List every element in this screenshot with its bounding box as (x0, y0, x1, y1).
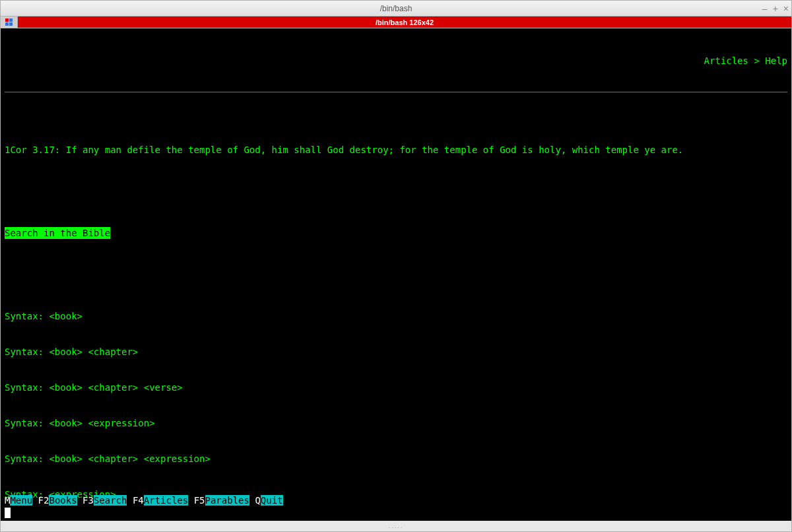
menu-key[interactable]: F2 (38, 495, 50, 506)
breadcrumb: Articles > Help (5, 55, 787, 67)
bottom-menu: MMenu F2Books F3Search F4Articles F5Para… (5, 494, 283, 506)
menu-label[interactable]: Menu (10, 495, 32, 506)
verse-text: 1Cor 3.17: If any man defile the temple … (5, 144, 787, 156)
close-button[interactable]: × (783, 3, 789, 14)
menu-label[interactable]: Articles (144, 495, 188, 506)
syntax-line: Syntax: <book> <chapter> (5, 346, 787, 358)
window-titlebar: /bin/bash – + × (1, 1, 791, 17)
window-title: /bin/bash (1, 4, 791, 13)
menu-label[interactable]: Quit (261, 495, 283, 506)
app-menu-icon[interactable] (1, 17, 18, 28)
syntax-line: Syntax: <book> <chapter> <expression> (5, 453, 787, 465)
tab-strip: /bin/bash 126x42 (1, 17, 791, 28)
status-line: ..... (1, 521, 791, 531)
svg-rect-2 (5, 22, 9, 26)
menu-label[interactable]: Search (94, 495, 127, 506)
menu-key[interactable]: F3 (82, 495, 94, 506)
minimize-button[interactable]: – (762, 3, 768, 14)
syntax-line: Syntax: <book> <expression> (5, 417, 787, 429)
tab-label: /bin/bash 126x42 (376, 18, 434, 26)
horizontal-rule (5, 92, 787, 92)
syntax-line: Syntax: <book> <chapter> <verse> (5, 382, 787, 393)
terminal-window: /bin/bash – + × /bin/bash 126x42 Article… (0, 0, 792, 532)
menu-key[interactable]: F5 (194, 495, 205, 506)
menu-key[interactable]: F4 (133, 495, 144, 506)
window-controls: – + × (762, 3, 789, 14)
active-tab[interactable]: /bin/bash 126x42 (18, 17, 791, 28)
nav-separator: > (754, 55, 759, 66)
svg-rect-1 (9, 18, 13, 22)
svg-rect-3 (9, 22, 13, 26)
terminal-viewport[interactable]: Articles > Help 1Cor 3.17: If any man de… (1, 28, 791, 521)
section-title: Search in the Bible (5, 227, 110, 239)
syntax-line: Syntax: <book> (5, 310, 787, 322)
menu-key[interactable]: Q (255, 495, 260, 506)
nav-articles[interactable]: Articles (704, 55, 748, 66)
svg-rect-0 (5, 18, 9, 22)
menu-label[interactable]: Parables (205, 495, 249, 506)
maximize-button[interactable]: + (773, 3, 778, 14)
nav-help[interactable]: Help (765, 55, 787, 66)
terminal-cursor (5, 508, 11, 518)
menu-label[interactable]: Books (49, 495, 77, 506)
